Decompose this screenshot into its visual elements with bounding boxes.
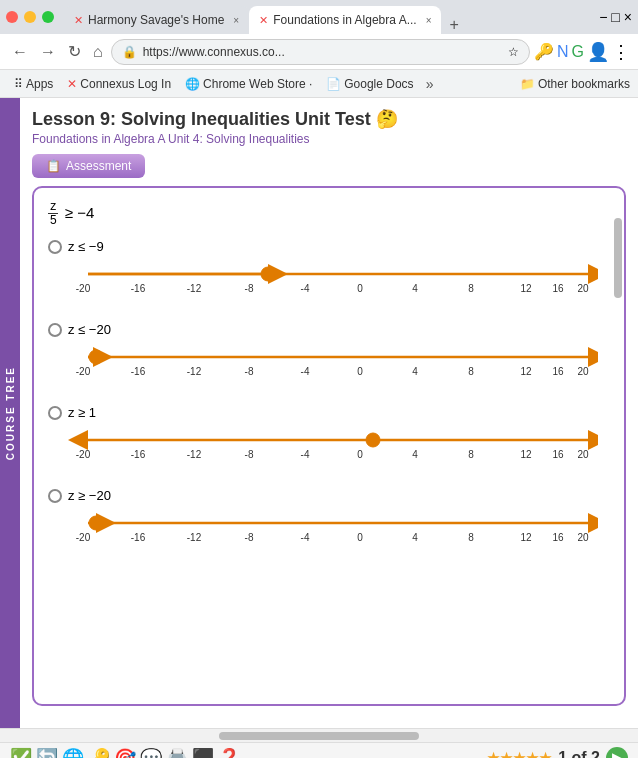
- svg-text:-8: -8: [245, 449, 254, 460]
- profile-icon[interactable]: 👤: [587, 41, 609, 63]
- maximize-icon[interactable]: □: [611, 9, 619, 25]
- lock-icon: 🔒: [122, 45, 137, 59]
- option-a-label[interactable]: z ≤ −9: [48, 239, 610, 254]
- bookmark-google-docs[interactable]: 📄 Google Docs: [320, 75, 419, 93]
- option-c-text: z ≥ 1: [68, 405, 96, 420]
- back-button[interactable]: ←: [8, 41, 32, 63]
- restore-icon[interactable]: −: [599, 9, 607, 25]
- tab-close-2[interactable]: ×: [426, 15, 432, 26]
- tab-foundations[interactable]: ✕ Foundations in Algebra A... ×: [249, 6, 441, 34]
- option-d-label[interactable]: z ≥ −20: [48, 488, 610, 503]
- radio-b[interactable]: [48, 323, 62, 337]
- print-icon[interactable]: 🖨️: [166, 747, 188, 759]
- svg-text:12: 12: [520, 283, 532, 294]
- svg-text:12: 12: [520, 532, 532, 543]
- tab-close-1[interactable]: ×: [233, 15, 239, 26]
- navigation-bar: ← → ↻ ⌂ 🔒 https://www.connexus.co... ☆ 🔑…: [0, 34, 638, 70]
- scroll-bar[interactable]: [614, 218, 622, 298]
- google-docs-label: Google Docs: [344, 77, 413, 91]
- square-icon[interactable]: ⬛: [192, 747, 214, 759]
- tab-label-1: Harmony Savage's Home: [88, 13, 224, 27]
- svg-text:-20: -20: [76, 449, 91, 460]
- svg-text:-4: -4: [301, 532, 310, 543]
- forward-button[interactable]: →: [36, 41, 60, 63]
- svg-point-16: [89, 350, 103, 364]
- bookmarks-bar: ⠿ Apps ✕ Connexus Log In 🌐 Chrome Web St…: [0, 70, 638, 98]
- horizontal-scrollbar[interactable]: [0, 728, 638, 742]
- title-bar: ✕ Harmony Savage's Home × ✕ Foundations …: [0, 0, 638, 34]
- svg-text:0: 0: [357, 532, 363, 543]
- tab-harmony[interactable]: ✕ Harmony Savage's Home ×: [64, 6, 249, 34]
- option-c-label[interactable]: z ≥ 1: [48, 405, 610, 420]
- lesson-subtitle: Foundations in Algebra A Unit 4: Solving…: [32, 132, 626, 146]
- course-sidebar[interactable]: COURSE TREE: [0, 98, 20, 728]
- svg-text:-12: -12: [187, 283, 202, 294]
- key-icon[interactable]: 🔑: [88, 747, 110, 759]
- check-icon[interactable]: ✅: [10, 747, 32, 759]
- extension-icon-3[interactable]: G: [572, 43, 584, 61]
- new-tab-button[interactable]: +: [441, 16, 466, 34]
- refresh-icon[interactable]: 🔄: [36, 747, 58, 759]
- option-d: z ≥ −20: [48, 488, 610, 557]
- close-button[interactable]: [6, 11, 18, 23]
- svg-text:-16: -16: [131, 449, 146, 460]
- chrome-store-label: Chrome Web Store ·: [203, 77, 312, 91]
- svg-text:12: 12: [520, 366, 532, 377]
- page-text: 1 of 2: [558, 749, 600, 759]
- number-line-d: -20 -16 -12 -8 -4 0 4 8 12 16 20: [68, 507, 610, 557]
- reload-button[interactable]: ↻: [64, 40, 85, 63]
- svg-text:16: 16: [552, 449, 564, 460]
- chat-icon[interactable]: 💬: [140, 747, 162, 759]
- radio-d[interactable]: [48, 489, 62, 503]
- apps-grid-icon: ⠿: [14, 77, 23, 91]
- tab-favicon-2: ✕: [259, 14, 268, 27]
- scroll-thumb[interactable]: [219, 732, 419, 740]
- svg-text:8: 8: [468, 283, 474, 294]
- radio-a[interactable]: [48, 240, 62, 254]
- address-bar[interactable]: 🔒 https://www.connexus.co... ☆: [111, 39, 530, 65]
- svg-text:-8: -8: [245, 366, 254, 377]
- option-d-text: z ≥ −20: [68, 488, 111, 503]
- number-line-svg-d: -20 -16 -12 -8 -4 0 4 8 12 16 20: [68, 507, 598, 551]
- main-area: Lesson 9: Solving Inequalities Unit Test…: [20, 98, 638, 728]
- window-controls: [6, 11, 54, 23]
- svg-text:16: 16: [552, 283, 564, 294]
- number-line-svg-a: -20 -16 -12 -8 -4 0 4 8 12 16 20: [68, 258, 598, 302]
- svg-text:4: 4: [412, 532, 418, 543]
- assessment-icon: 📋: [46, 159, 61, 173]
- connexus-label: Connexus Log In: [80, 77, 171, 91]
- extension-icon-2[interactable]: N: [557, 43, 569, 61]
- more-bookmarks-button[interactable]: »: [422, 74, 438, 94]
- menu-icon[interactable]: ⋮: [612, 41, 630, 63]
- maximize-button[interactable]: [42, 11, 54, 23]
- bookmark-star-icon[interactable]: ☆: [508, 45, 519, 59]
- bookmark-connexus[interactable]: ✕ Connexus Log In: [61, 75, 177, 93]
- svg-text:4: 4: [412, 449, 418, 460]
- window-close-icon[interactable]: ×: [624, 9, 632, 25]
- next-page-button[interactable]: ▶: [606, 747, 628, 759]
- fraction-display: z 5 ≥ −4: [48, 204, 94, 221]
- number-line-a: -20 -16 -12 -8 -4 0 4 8 12 16 20: [68, 258, 610, 308]
- lesson-title-text: Lesson 9: Solving Inequalities Unit Test: [32, 109, 371, 129]
- target-icon[interactable]: 🎯: [114, 747, 136, 759]
- extension-icon-1[interactable]: 🔑: [534, 42, 554, 61]
- option-b-label[interactable]: z ≤ −20: [48, 322, 610, 337]
- option-b: z ≤ −20: [48, 322, 610, 391]
- other-bookmarks[interactable]: 📁 Other bookmarks: [520, 77, 630, 91]
- bookmark-chrome-store[interactable]: 🌐 Chrome Web Store ·: [179, 75, 318, 93]
- assessment-button[interactable]: 📋 Assessment: [32, 154, 145, 178]
- sidebar-label: COURSE TREE: [5, 366, 16, 460]
- page-indicator: ★★★★★ 1 of 2 ▶: [487, 747, 628, 759]
- connexus-icon: ✕: [67, 77, 77, 91]
- globe-icon[interactable]: 🌐: [62, 747, 84, 759]
- svg-text:-12: -12: [187, 449, 202, 460]
- home-button[interactable]: ⌂: [89, 41, 107, 63]
- bookmarks-folder-icon: 📁: [520, 77, 535, 91]
- svg-point-2: [261, 267, 275, 281]
- help-icon[interactable]: ❓: [218, 747, 240, 759]
- bookmark-apps[interactable]: ⠿ Apps: [8, 75, 59, 93]
- svg-text:0: 0: [357, 366, 363, 377]
- minimize-button[interactable]: [24, 11, 36, 23]
- svg-text:-8: -8: [245, 532, 254, 543]
- radio-c[interactable]: [48, 406, 62, 420]
